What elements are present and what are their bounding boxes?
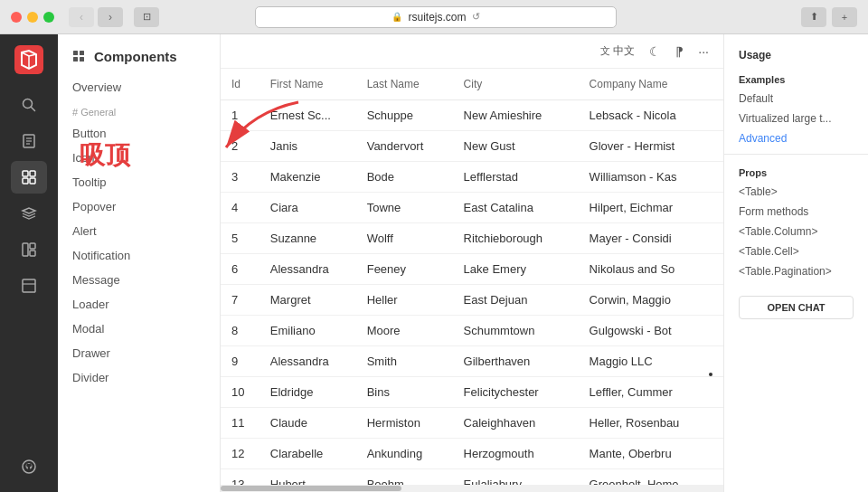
- right-item-form-methods[interactable]: Form methods: [724, 202, 868, 222]
- nav-item-drawer[interactable]: Drawer: [58, 341, 220, 365]
- right-item-default[interactable]: Default: [724, 89, 868, 109]
- table-body: 1 Ernest Sc... Schuppe New Amieshire Leb…: [221, 100, 723, 486]
- nav-item-button[interactable]: Button: [58, 121, 220, 146]
- table-row: 2 Janis Vandervort New Gust Glover - Her…: [221, 131, 723, 162]
- cell-last-name: Schuppe: [356, 100, 453, 131]
- cell-id: 8: [221, 316, 259, 346]
- nav-item-divider[interactable]: Divider: [58, 365, 220, 390]
- table-row: 12 Clarabelle Ankunding Herzogmouth Mant…: [221, 439, 723, 469]
- cell-id: 6: [221, 254, 259, 285]
- table-horizontal-scrollbar[interactable]: [221, 485, 723, 492]
- sidebar-icon-search[interactable]: [11, 89, 47, 121]
- lang-switch[interactable]: 文 中文: [600, 43, 635, 59]
- cell-first-name: Claude: [259, 408, 356, 439]
- share-button[interactable]: ⬆: [801, 7, 826, 27]
- nav-sidebar: Components Overview # General Button Ico…: [58, 34, 221, 492]
- sidebar-icon-book[interactable]: [11, 125, 47, 157]
- cell-id: 5: [221, 223, 259, 254]
- cell-company: Glover - Hermist: [579, 131, 723, 162]
- sidebar-icon-layers[interactable]: [11, 197, 47, 230]
- nav-item-loader[interactable]: Loader: [58, 292, 220, 317]
- cell-id: 12: [221, 439, 259, 469]
- nav-item-overview[interactable]: Overview: [58, 75, 220, 99]
- address-bar[interactable]: 🔒 rsuitejs.com ↺: [255, 6, 617, 28]
- maximize-button[interactable]: [43, 12, 54, 23]
- window-mode-button[interactable]: ⊡: [134, 7, 159, 27]
- right-examples-title: Examples: [724, 67, 868, 89]
- close-button[interactable]: [11, 12, 22, 23]
- nav-item-tooltip[interactable]: Tooltip: [58, 170, 220, 194]
- cell-city: Felicitychester: [453, 377, 579, 408]
- cell-id: 11: [221, 408, 259, 439]
- sidebar-icon-box[interactable]: [11, 233, 47, 266]
- refresh-icon[interactable]: ↺: [472, 11, 480, 23]
- cell-id: 3: [221, 162, 259, 193]
- cell-id: 13: [221, 469, 259, 486]
- cell-city: New Amieshire: [453, 100, 579, 131]
- scrollbar-thumb[interactable]: [221, 486, 401, 491]
- url-text: rsuitejs.com: [408, 11, 466, 24]
- theme-toggle[interactable]: ☾: [649, 44, 661, 59]
- nav-item-notification[interactable]: Notification: [58, 243, 220, 268]
- sidebar-icon-github[interactable]: [11, 450, 47, 483]
- minimize-button[interactable]: [27, 12, 38, 23]
- titlebar-right-buttons: ⬆ +: [801, 7, 857, 27]
- cell-first-name: Ernest Sc...: [259, 100, 356, 131]
- right-usage-title: Usage: [724, 45, 868, 67]
- right-item-table-column[interactable]: <Table.Column>: [724, 222, 868, 241]
- nav-item-modal[interactable]: Modal: [58, 317, 220, 341]
- cell-company: Gulgowski - Bot: [579, 316, 723, 346]
- svg-rect-13: [30, 243, 35, 249]
- col-header-last-name: Last Name: [356, 69, 453, 100]
- cell-company: Leffler, Cummer: [579, 377, 723, 408]
- right-item-advanced[interactable]: Advanced: [724, 128, 868, 148]
- layout-icon[interactable]: ⁋: [675, 44, 684, 59]
- right-item-table[interactable]: <Table>: [724, 182, 868, 202]
- right-item-table-cell[interactable]: <Table.Cell>: [724, 241, 868, 261]
- cell-first-name: Suzanne: [259, 223, 356, 254]
- right-item-table-pagination[interactable]: <Table.Pagination>: [724, 261, 868, 281]
- sidebar-icon-frame[interactable]: [11, 270, 47, 302]
- right-item-virtualized[interactable]: Virtualized large t...: [724, 109, 868, 128]
- nav-item-message[interactable]: Message: [58, 268, 220, 292]
- nav-item-icon[interactable]: Icon: [58, 146, 220, 170]
- cell-company: Maggio LLC: [579, 346, 723, 377]
- open-chat-button[interactable]: OPEN CHAT: [739, 296, 854, 319]
- cell-last-name: Vandervort: [356, 131, 453, 162]
- svg-rect-12: [23, 243, 28, 256]
- titlebar: ‹ › ⊡ 🔒 rsuitejs.com ↺ ⬆ +: [0, 0, 868, 34]
- cell-id: 10: [221, 377, 259, 408]
- cell-last-name: Ankunding: [356, 439, 453, 469]
- traffic-lights: [11, 12, 54, 23]
- cell-last-name: Heller: [356, 285, 453, 316]
- cell-first-name: Janis: [259, 131, 356, 162]
- forward-button[interactable]: ›: [98, 7, 123, 27]
- col-header-city: City: [453, 69, 579, 100]
- nav-item-alert[interactable]: Alert: [58, 219, 220, 243]
- nav-section-general: # General: [58, 99, 220, 121]
- svg-rect-20: [73, 57, 78, 62]
- svg-rect-11: [30, 178, 35, 184]
- svg-point-17: [23, 460, 35, 473]
- icon-sidebar: [0, 34, 58, 492]
- sidebar-icon-grid[interactable]: [11, 161, 47, 194]
- add-tab-button[interactable]: +: [832, 7, 857, 27]
- more-menu-button[interactable]: ···: [698, 44, 709, 59]
- cell-company: Mayer - Considi: [579, 223, 723, 254]
- svg-rect-9: [30, 171, 35, 176]
- nav-buttons: ‹ ›: [69, 7, 123, 27]
- back-button[interactable]: ‹: [69, 7, 94, 27]
- svg-rect-21: [80, 57, 84, 62]
- cell-city: Ritchieborough: [453, 223, 579, 254]
- svg-rect-10: [23, 178, 28, 184]
- table-row: 3 Makenzie Bode Lefflerstad Williamson -…: [221, 162, 723, 193]
- table-row: 11 Claude Hermiston Caleighhaven Heller,…: [221, 408, 723, 439]
- cell-last-name: Hermiston: [356, 408, 453, 439]
- cell-last-name: Moore: [356, 316, 453, 346]
- nav-item-popover[interactable]: Popover: [58, 194, 220, 219]
- cell-last-name: Towne: [356, 193, 453, 223]
- svg-rect-8: [23, 171, 28, 176]
- cell-last-name: Boehm: [356, 469, 453, 486]
- cell-first-name: Clarabelle: [259, 439, 356, 469]
- table-area: Id First Name Last Name City Company Nam…: [221, 69, 723, 485]
